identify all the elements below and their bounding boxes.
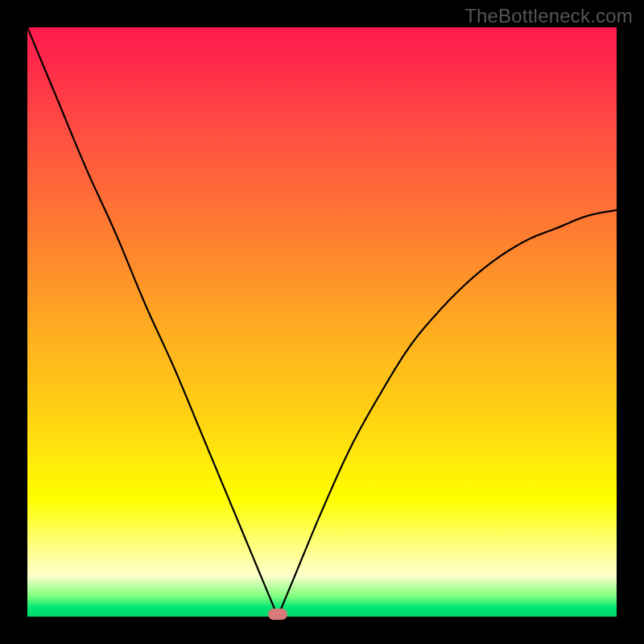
plot-area bbox=[27, 27, 617, 617]
bottleneck-curve bbox=[27, 27, 617, 617]
chart-container: TheBottleneck.com bbox=[0, 0, 644, 644]
optimal-marker bbox=[268, 609, 287, 620]
watermark-text: TheBottleneck.com bbox=[464, 5, 633, 27]
